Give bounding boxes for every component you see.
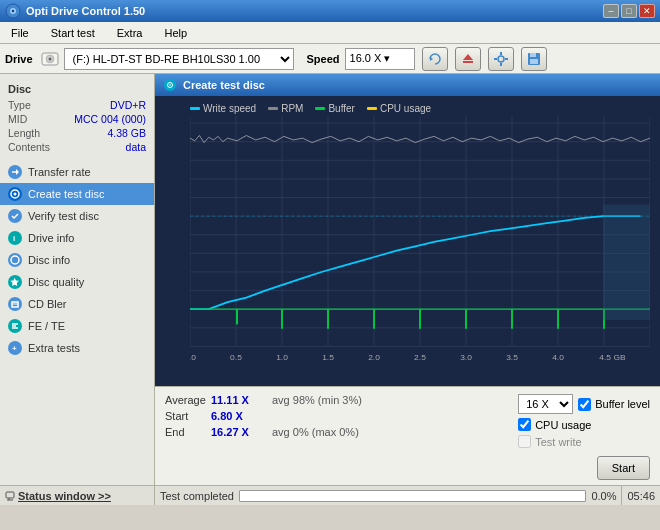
buffer-level-label: Buffer level bbox=[595, 398, 650, 410]
test-write-checkbox[interactable] bbox=[518, 435, 531, 448]
svg-point-20 bbox=[14, 193, 17, 196]
svg-rect-15 bbox=[530, 53, 536, 57]
start-label: Start bbox=[165, 410, 205, 422]
status-window-label[interactable]: Status window >> bbox=[18, 490, 111, 502]
legend-write-speed: Write speed bbox=[190, 103, 256, 114]
sidebar-item-transfer-rate[interactable]: Transfer rate bbox=[0, 161, 154, 183]
speed-select[interactable]: 16.0 X ▾ bbox=[345, 48, 415, 70]
buffer-level-checkbox-row[interactable]: Buffer level bbox=[578, 398, 650, 411]
svg-text:0.5: 0.5 bbox=[230, 353, 242, 362]
chart-svg: 2 X 4 X 6 X 8 X 10 X 12 X 14 X 16 X 18 X… bbox=[190, 116, 650, 373]
eject-icon bbox=[461, 52, 475, 66]
status-time: 05:46 bbox=[621, 486, 660, 505]
test-write-checkbox-row[interactable]: Test write bbox=[518, 435, 581, 448]
chart-svg-wrapper: 2 X 4 X 6 X 8 X 10 X 12 X 14 X 16 X 18 X… bbox=[160, 116, 655, 378]
svg-rect-11 bbox=[500, 63, 502, 66]
refresh-button[interactable] bbox=[422, 47, 448, 71]
average-note: avg 98% (min 3%) bbox=[272, 394, 362, 406]
disc-create-icon bbox=[163, 78, 177, 92]
svg-text:1.5: 1.5 bbox=[322, 353, 334, 362]
sidebar-item-extra-tests[interactable]: + Extra tests bbox=[0, 337, 154, 359]
disc-quality-icon bbox=[8, 275, 22, 289]
app-title: Opti Drive Control 1.50 bbox=[26, 5, 145, 17]
sidebar: Disc Type DVD+R MID MCC 004 (000) Length… bbox=[0, 74, 155, 485]
legend-dot-buffer bbox=[315, 107, 325, 110]
drive-label: Drive bbox=[5, 53, 33, 65]
svg-point-2 bbox=[12, 10, 14, 12]
disc-section: Disc Type DVD+R MID MCC 004 (000) Length… bbox=[0, 79, 154, 156]
svg-rect-10 bbox=[500, 52, 502, 55]
minimize-button[interactable]: – bbox=[603, 4, 619, 18]
buffer-level-checkbox[interactable] bbox=[578, 398, 591, 411]
svg-text:i: i bbox=[13, 234, 15, 243]
cpu-usage-checkbox[interactable] bbox=[518, 418, 531, 431]
cpu-usage-checkbox-row[interactable]: CPU usage bbox=[518, 418, 591, 431]
test-completed-label: Test completed bbox=[160, 490, 234, 502]
svg-rect-16 bbox=[530, 59, 538, 64]
settings-button[interactable] bbox=[488, 47, 514, 71]
menu-file[interactable]: File bbox=[5, 25, 35, 41]
sidebar-item-cd-bler[interactable]: CD Bler bbox=[0, 293, 154, 315]
sidebar-item-disc-quality[interactable]: Disc quality bbox=[0, 271, 154, 293]
svg-text:0.0: 0.0 bbox=[190, 353, 196, 362]
test-write-label: Test write bbox=[535, 436, 581, 448]
disc-contents-label: Contents bbox=[8, 141, 50, 153]
svg-text:+: + bbox=[12, 344, 17, 353]
svg-rect-8 bbox=[463, 61, 473, 63]
sidebar-item-fe-te[interactable]: FE / TE bbox=[0, 315, 154, 337]
svg-text:4.0: 4.0 bbox=[552, 353, 564, 362]
status-bar: Status window >> Test completed 0.0% 05:… bbox=[0, 485, 660, 505]
legend-label-buffer: Buffer bbox=[328, 103, 355, 114]
disc-title: Disc bbox=[8, 83, 146, 95]
close-button[interactable]: ✕ bbox=[639, 4, 655, 18]
stat-row-end: End 16.27 X avg 0% (max 0%) bbox=[165, 424, 508, 440]
speed-row: 16 X Buffer level bbox=[518, 394, 650, 414]
sidebar-item-create-test-disc[interactable]: Create test disc bbox=[0, 183, 154, 205]
disc-contents-value: data bbox=[126, 141, 146, 153]
save-icon bbox=[527, 52, 541, 66]
time-value: 05:46 bbox=[627, 490, 655, 502]
stat-row-average: Average 11.11 X avg 98% (min 3%) bbox=[165, 392, 508, 408]
sidebar-item-drive-info[interactable]: i Drive info bbox=[0, 227, 154, 249]
legend-cpu: CPU usage bbox=[367, 103, 431, 114]
drive-icon bbox=[41, 50, 59, 68]
options-column: 16 X Buffer level CPU usage Test write bbox=[518, 392, 650, 480]
average-value: 11.11 X bbox=[211, 394, 266, 406]
start-button[interactable]: Start bbox=[597, 456, 650, 480]
nav-label-transfer-rate: Transfer rate bbox=[28, 166, 91, 178]
svg-text:4.5 GB: 4.5 GB bbox=[599, 353, 626, 362]
menu-extra[interactable]: Extra bbox=[111, 25, 149, 41]
test-header: Create test disc bbox=[155, 74, 660, 96]
disc-info-icon bbox=[8, 253, 22, 267]
save-button[interactable] bbox=[521, 47, 547, 71]
svg-rect-89 bbox=[6, 492, 14, 498]
drive-select[interactable]: (F:) HL-DT-ST BD-RE BH10LS30 1.00 bbox=[64, 48, 294, 70]
sidebar-nav: Transfer rate Create test disc Verify te… bbox=[0, 161, 154, 359]
eject-button[interactable] bbox=[455, 47, 481, 71]
refresh-icon bbox=[428, 52, 442, 66]
nav-label-disc-quality: Disc quality bbox=[28, 276, 84, 288]
menu-start-test[interactable]: Start test bbox=[45, 25, 101, 41]
svg-rect-12 bbox=[494, 58, 497, 60]
stat-row-start: Start 6.80 X bbox=[165, 408, 508, 424]
extra-tests-icon: + bbox=[8, 341, 22, 355]
status-progress-section: Test completed 0.0% bbox=[155, 490, 621, 502]
nav-label-drive-info: Drive info bbox=[28, 232, 74, 244]
svg-marker-6 bbox=[430, 57, 433, 61]
legend-label-rpm: RPM bbox=[281, 103, 303, 114]
test-window-title: Create test disc bbox=[183, 79, 265, 91]
sidebar-item-verify-test-disc[interactable]: Verify test disc bbox=[0, 205, 154, 227]
menu-help[interactable]: Help bbox=[158, 25, 193, 41]
menu-bar: File Start test Extra Help bbox=[0, 22, 660, 44]
maximize-button[interactable]: □ bbox=[621, 4, 637, 18]
drive-bar: Drive (F:) HL-DT-ST BD-RE BH10LS30 1.00 … bbox=[0, 44, 660, 74]
svg-text:2.5: 2.5 bbox=[414, 353, 426, 362]
progress-percent: 0.0% bbox=[591, 490, 616, 502]
sidebar-item-disc-info[interactable]: Disc info bbox=[0, 249, 154, 271]
write-speed-select[interactable]: 16 X bbox=[518, 394, 573, 414]
create-test-disc-icon bbox=[8, 187, 22, 201]
status-window-section: Status window >> bbox=[0, 486, 155, 505]
end-note: avg 0% (max 0%) bbox=[272, 426, 359, 438]
svg-text:2.0: 2.0 bbox=[368, 353, 380, 362]
svg-point-22 bbox=[11, 256, 19, 264]
